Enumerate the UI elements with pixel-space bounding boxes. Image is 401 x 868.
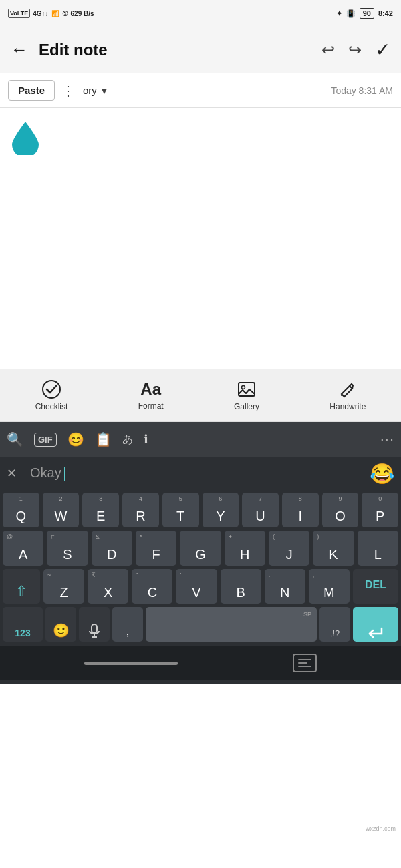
mic-key[interactable] (79, 607, 110, 642)
space-key[interactable]: SP (146, 607, 317, 642)
svg-rect-3 (92, 624, 97, 633)
app-bar: ← Edit note ↩ ↪ ✓ (0, 27, 401, 73)
svg-point-2 (241, 386, 245, 389)
category-label: ory (83, 85, 97, 96)
shift-key[interactable]: ⇧ (3, 569, 40, 604)
kb-info-icon[interactable]: ℹ (144, 432, 148, 447)
kb-clipboard-icon[interactable]: 📋 (95, 431, 112, 447)
handwrite-label: Handwrite (329, 402, 366, 411)
data-speed: 629 B/s (71, 10, 94, 17)
num-key[interactable]: 123 (3, 607, 43, 642)
kb-more-icon[interactable]: ··· (380, 431, 394, 448)
checklist-icon (41, 379, 61, 399)
key-H[interactable]: +H (225, 531, 265, 566)
svg-point-0 (43, 381, 60, 398)
undo-button[interactable]: ↩ (321, 41, 335, 59)
keyboard-prediction-row: ✕ Okay 😂 (0, 457, 401, 490)
nav-home-indicator[interactable] (84, 662, 178, 665)
key-M[interactable]: ;M (309, 569, 350, 604)
kb-gif-button[interactable]: GIF (34, 433, 57, 447)
key-U[interactable]: 7U (242, 493, 279, 527)
comma-key[interactable]: , (112, 607, 143, 642)
key-J[interactable]: (J (269, 531, 309, 566)
note-date: Today 8:31 AM (331, 85, 393, 96)
delete-key[interactable]: DEL (353, 569, 398, 604)
key-O[interactable]: 9O (322, 493, 359, 527)
key-A[interactable]: @A (3, 531, 43, 566)
svg-rect-1 (239, 383, 255, 396)
kb-emoji-reaction[interactable]: 😂 (370, 462, 394, 485)
keyboard-keys: 1Q 2W 3E 4R 5T 6Y 7U 8I 9O 0P @A #S &D *… (0, 490, 401, 646)
key-P[interactable]: 0P (362, 493, 398, 527)
gallery-icon (237, 379, 257, 399)
volte-label: VoLTE (8, 9, 30, 18)
checklist-label: Checklist (35, 402, 68, 411)
key-Y[interactable]: 6Y (203, 493, 239, 527)
page-title: Edit note (39, 41, 313, 59)
key-R[interactable]: 4R (122, 493, 159, 527)
key-E[interactable]: 3E (82, 493, 119, 527)
category-selector[interactable]: ory ▼ (83, 85, 109, 96)
wifi-icon: 📶 (51, 10, 59, 17)
key-X[interactable]: ₹X (88, 569, 128, 604)
format-tool[interactable]: Aa Format (138, 380, 164, 411)
key-Z[interactable]: ~Z (43, 569, 84, 604)
note-content-area[interactable] (0, 108, 401, 369)
key-G[interactable]: -G (180, 531, 221, 566)
kb-sticker-icon[interactable]: 😊 (68, 431, 84, 447)
kb-cursor (64, 467, 65, 481)
bluetooth-icon: ✦ (336, 9, 342, 18)
key-S[interactable]: #S (47, 531, 88, 566)
keyboard-row-4: 123 🙂 , SP ,! (3, 607, 398, 642)
kb-prediction-word[interactable]: Okay (25, 465, 362, 481)
bottom-toolbar: Checklist Aa Format Gallery Handwrite (0, 369, 401, 422)
notification-icon: ① (62, 10, 68, 17)
signal-label: 4G↑↓ (33, 10, 48, 17)
keyboard-top-row: 🔍 GIF 😊 📋 あ ℹ ··· (0, 422, 401, 457)
nav-bar (0, 646, 401, 680)
paste-button[interactable]: Paste (8, 80, 55, 101)
more-options-button[interactable]: ⋮ (61, 83, 75, 99)
keyboard-row-2: @A #S &D *F -G +H (J )K L (3, 531, 398, 566)
key-L[interactable]: L (358, 531, 398, 566)
period-key[interactable]: ,!? (319, 607, 350, 642)
save-button[interactable]: ✓ (375, 39, 390, 61)
app-bar-actions: ↩ ↪ ✓ (321, 39, 390, 61)
toolbar-row: Paste ⋮ ory ▼ Today 8:31 AM (0, 73, 401, 108)
keyboard-switcher-icon[interactable] (293, 654, 317, 672)
key-B[interactable]: B (221, 569, 261, 604)
status-right: ✦ 📳 90 8:42 (336, 8, 393, 19)
kb-close-prediction-button[interactable]: ✕ (7, 466, 17, 481)
key-I[interactable]: 8I (282, 493, 319, 527)
key-N[interactable]: :N (265, 569, 305, 604)
back-button[interactable]: ← (11, 39, 28, 60)
key-Q[interactable]: 1Q (3, 493, 39, 527)
key-K[interactable]: )K (313, 531, 354, 566)
emoji-key[interactable]: 🙂 (45, 607, 76, 642)
keyboard-row-3: ⇧ ~Z ₹X "C 'V B :N ;M DEL (3, 569, 398, 604)
key-D[interactable]: &D (92, 531, 132, 566)
keyboard: 🔍 GIF 😊 📋 あ ℹ ··· ✕ Okay 😂 1Q 2W 3E 4R 5… (0, 422, 401, 684)
key-T[interactable]: 5T (162, 493, 199, 527)
kb-translate-icon[interactable]: あ (122, 433, 133, 447)
category-arrow-icon: ▼ (100, 85, 109, 96)
mic-icon (88, 624, 100, 638)
handwrite-icon (338, 379, 358, 399)
redo-button[interactable]: ↪ (348, 41, 362, 59)
gallery-tool[interactable]: Gallery (234, 379, 259, 411)
key-V[interactable]: 'V (176, 569, 217, 604)
watermark: wxzdn.com (366, 825, 396, 832)
enter-key[interactable] (353, 607, 398, 642)
key-W[interactable]: 2W (43, 493, 80, 527)
format-label: Format (138, 401, 164, 411)
key-F[interactable]: *F (136, 531, 176, 566)
handwrite-tool[interactable]: Handwrite (329, 379, 366, 411)
gallery-label: Gallery (234, 402, 259, 411)
vibrate-icon: 📳 (346, 9, 356, 18)
status-left: VoLTE 4G↑↓ 📶 ① 629 B/s (8, 9, 94, 18)
kb-search-icon[interactable]: 🔍 (7, 431, 23, 447)
battery-indicator: 90 (360, 8, 374, 19)
key-C[interactable]: "C (132, 569, 172, 604)
keyboard-row-1: 1Q 2W 3E 4R 5T 6Y 7U 8I 9O 0P (3, 493, 398, 527)
checklist-tool[interactable]: Checklist (35, 379, 68, 411)
